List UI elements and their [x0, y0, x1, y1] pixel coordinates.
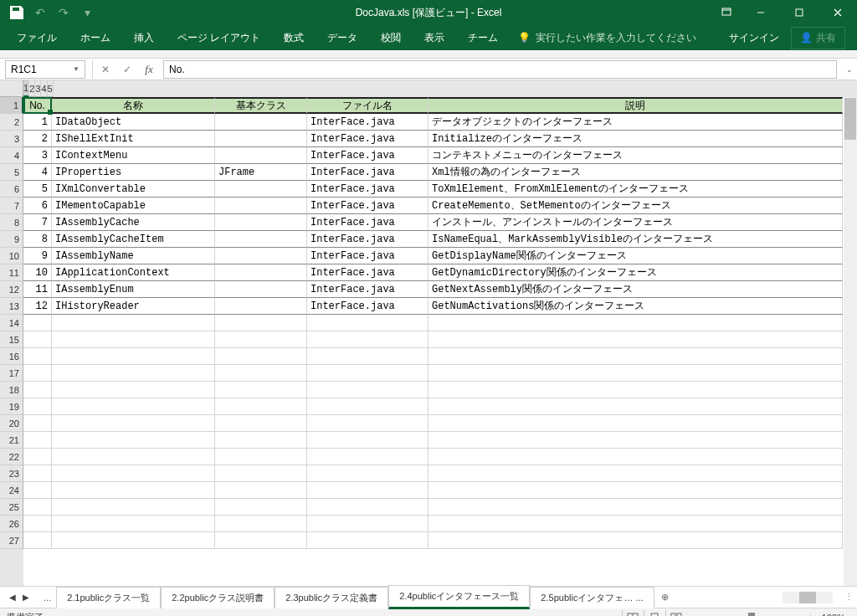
cell[interactable]: GetDynamicDirectory関係のインターフェース — [428, 264, 843, 281]
maximize-button[interactable] — [780, 0, 819, 25]
cell[interactable] — [307, 315, 428, 331]
cell[interactable]: InterFace.java — [307, 164, 428, 181]
cell[interactable]: InterFace.java — [307, 147, 428, 164]
cell[interactable] — [52, 415, 215, 432]
row-header[interactable]: 16 — [0, 348, 23, 365]
row-header[interactable]: 4 — [0, 147, 23, 164]
cell[interactable]: IShellExtInit — [52, 131, 215, 147]
cell[interactable]: ファイル名 — [307, 97, 428, 114]
cell[interactable] — [215, 382, 307, 398]
tab-formulas[interactable]: 数式 — [272, 26, 316, 50]
cell[interactable]: InterFace.java — [307, 114, 428, 131]
save-button[interactable] — [7, 3, 27, 23]
sheet-tab[interactable]: 2.2publicクラス説明書 — [161, 587, 275, 608]
tab-layout[interactable]: ページ レイアウト — [166, 26, 272, 50]
cell[interactable]: IProperties — [52, 164, 215, 181]
view-page-break-button[interactable] — [665, 610, 687, 617]
cell[interactable] — [428, 499, 843, 516]
cell[interactable]: 5 — [23, 181, 52, 198]
cell[interactable] — [23, 499, 52, 516]
row-header[interactable]: 3 — [0, 131, 23, 147]
cell[interactable] — [52, 532, 215, 549]
view-normal-button[interactable] — [622, 610, 644, 617]
cell[interactable]: 8 — [23, 231, 52, 248]
select-all-corner[interactable] — [0, 80, 23, 97]
cell[interactable] — [215, 298, 307, 315]
cell[interactable]: IContextMenu — [52, 147, 215, 164]
cell[interactable] — [215, 147, 307, 164]
cell[interactable]: 3 — [23, 147, 52, 164]
cell[interactable] — [215, 214, 307, 231]
col-header[interactable]: 1 — [23, 80, 29, 97]
cell[interactable] — [215, 415, 307, 432]
col-header[interactable]: 4 — [41, 80, 47, 97]
qat-customize-button[interactable]: ▾ — [77, 3, 97, 23]
cell[interactable]: IMementoCapable — [52, 198, 215, 214]
cell[interactable]: Xml情報の為のインターフェース — [428, 164, 843, 181]
tab-nav-next[interactable]: ▶ — [20, 591, 32, 603]
cell[interactable]: 7 — [23, 214, 52, 231]
cell[interactable] — [52, 365, 215, 382]
scrollbar-thumb[interactable] — [799, 592, 816, 603]
cell[interactable] — [307, 331, 428, 348]
row-header[interactable]: 25 — [0, 499, 23, 516]
row-header[interactable]: 8 — [0, 214, 23, 231]
cell[interactable] — [307, 465, 428, 482]
cells-area[interactable]: No. 名称 基本クラス ファイル名 説明 1IDataObjectInterF… — [23, 97, 857, 549]
cell[interactable] — [428, 398, 843, 415]
cell[interactable] — [428, 432, 843, 449]
cell[interactable] — [52, 432, 215, 449]
name-box[interactable]: R1C1 ▼ — [5, 60, 85, 79]
cell[interactable]: InterFace.java — [307, 264, 428, 281]
cell[interactable]: コンテキストメニューのインターフェース — [428, 147, 843, 164]
row-header[interactable]: 19 — [0, 398, 23, 415]
cell[interactable] — [428, 382, 843, 398]
cell[interactable]: InterFace.java — [307, 298, 428, 315]
row-header[interactable]: 15 — [0, 331, 23, 348]
share-button[interactable]: 👤 共有 — [791, 27, 845, 49]
cell[interactable] — [215, 348, 307, 365]
row-header[interactable]: 2 — [0, 114, 23, 131]
cell[interactable]: InterFace.java — [307, 281, 428, 298]
cell[interactable] — [215, 281, 307, 298]
undo-button[interactable]: ↶ — [30, 3, 50, 23]
tab-split-handle[interactable]: ⋮ — [841, 592, 857, 603]
cell[interactable] — [215, 499, 307, 516]
cell[interactable]: 2 — [23, 131, 52, 147]
cell[interactable] — [23, 365, 52, 382]
tab-overflow[interactable]: ... — [38, 593, 56, 603]
cell[interactable]: 説明 — [428, 97, 843, 114]
row-header[interactable]: 9 — [0, 231, 23, 248]
cell[interactable] — [52, 315, 215, 331]
row-header[interactable]: 1 — [0, 97, 23, 114]
cell[interactable] — [307, 398, 428, 415]
horizontal-scrollbar[interactable] — [783, 592, 833, 603]
cell[interactable]: JFrame — [215, 164, 307, 181]
row-header[interactable]: 23 — [0, 465, 23, 482]
cell[interactable]: GetNumActivations関係のインターフェース — [428, 298, 843, 315]
row-header[interactable]: 24 — [0, 482, 23, 499]
view-page-layout-button[interactable] — [644, 610, 665, 617]
row-header[interactable]: 6 — [0, 181, 23, 198]
sheet-tab[interactable]: 2.5publicインタフェ… ... — [530, 587, 654, 608]
cell[interactable] — [23, 331, 52, 348]
cell[interactable]: Initializeのインターフェース — [428, 131, 843, 147]
cell[interactable]: GetDisplayName関係のインターフェース — [428, 248, 843, 264]
row-header[interactable]: 22 — [0, 449, 23, 465]
cell[interactable] — [52, 482, 215, 499]
row-header[interactable]: 11 — [0, 264, 23, 281]
cell[interactable] — [307, 482, 428, 499]
cell[interactable] — [215, 365, 307, 382]
cell[interactable] — [428, 449, 843, 465]
cell[interactable]: CreateMemento、SetMementoのインターフェース — [428, 198, 843, 214]
cancel-formula-button[interactable]: ✕ — [95, 60, 116, 79]
cell[interactable] — [52, 382, 215, 398]
sheet-tab[interactable]: 2.1publicクラス一覧 — [56, 587, 161, 608]
tab-home[interactable]: ホーム — [69, 26, 122, 50]
cell[interactable] — [307, 449, 428, 465]
cell[interactable]: 10 — [23, 264, 52, 281]
cell[interactable]: InterFace.java — [307, 214, 428, 231]
cell[interactable] — [52, 516, 215, 532]
tab-nav-prev[interactable]: ◀ — [7, 591, 18, 603]
cell[interactable]: 12 — [23, 298, 52, 315]
